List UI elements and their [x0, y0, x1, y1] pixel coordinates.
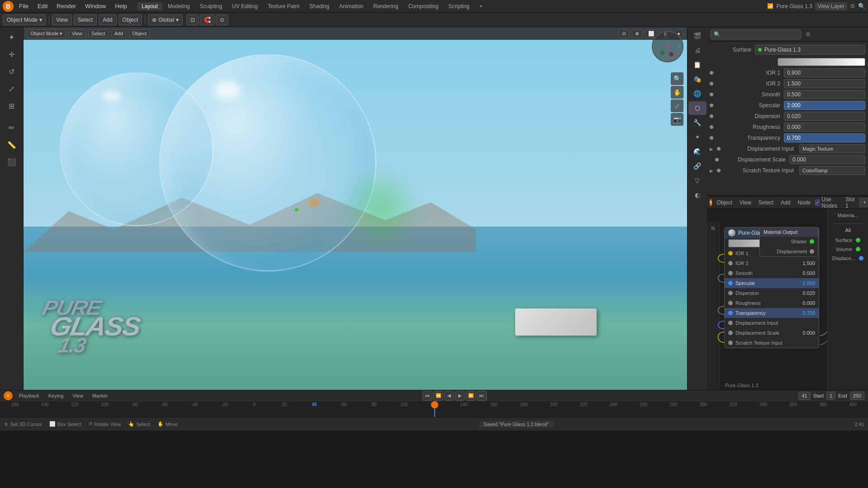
timeline-view-label[interactable]: View: [70, 392, 86, 399]
prop-object-icon[interactable]: ⬡: [688, 101, 707, 115]
node-canvas[interactable]: N: [707, 209, 868, 390]
expand-tri-disp[interactable]: ▶: [710, 147, 715, 152]
specular-value[interactable]: 2.000: [784, 101, 865, 110]
node-view-btn[interactable]: View: [737, 199, 754, 207]
tool-cursor[interactable]: ✦: [4, 29, 20, 45]
tool-scale[interactable]: ⤢: [4, 81, 20, 97]
vp-overlay-btn[interactable]: ⊙: [619, 29, 629, 38]
tab-animation[interactable]: Animation: [335, 2, 368, 10]
camera-view-btn[interactable]: 📷: [671, 113, 683, 126]
material-output-node[interactable]: Material Output Shader Displacement: [759, 227, 818, 257]
node-node-btn[interactable]: Node: [795, 199, 814, 207]
properties-filter-icon[interactable]: ⚙: [806, 31, 811, 38]
tab-texture-paint[interactable]: Texture Paint: [263, 2, 304, 10]
all-label[interactable]: All: [845, 227, 850, 233]
displacement-input-value[interactable]: Magic Texture: [799, 144, 865, 153]
pivot-point[interactable]: ⊡: [186, 14, 199, 25]
end-frame-input[interactable]: 250: [850, 392, 864, 400]
ior1-value[interactable]: 0.900: [784, 68, 865, 77]
vp-view-btn[interactable]: View: [68, 29, 85, 38]
timeline-track[interactable]: 160 140 120 100 -80 -60 -40 -20 0 20 40 …: [0, 401, 868, 417]
zoom-region-btn[interactable]: ⤢: [671, 99, 683, 112]
tool-annotate[interactable]: ✏: [4, 119, 20, 136]
tab-scripting[interactable]: Scripting: [444, 2, 474, 10]
jump-end-btn[interactable]: ⏭: [477, 391, 487, 401]
step-forward-btn[interactable]: ⏩: [466, 391, 476, 401]
add-button[interactable]: Add: [99, 14, 116, 25]
expand-tri-scratch[interactable]: ▶: [710, 168, 715, 173]
prop-constraints-icon[interactable]: 🔗: [688, 159, 707, 173]
roughness-value[interactable]: 0.000: [784, 123, 865, 132]
node-smooth-value[interactable]: 0.500: [788, 270, 815, 276]
transparency-value[interactable]: 0.700: [784, 133, 865, 142]
prop-material-icon[interactable]: ◐: [688, 188, 707, 202]
object-button[interactable]: Object: [119, 14, 142, 25]
node-add-btn[interactable]: Add: [778, 199, 793, 207]
tab-uv-editing[interactable]: UV Editing: [228, 2, 262, 10]
ior2-value[interactable]: 1.500: [784, 79, 865, 88]
tool-add-cube[interactable]: ⬛: [4, 154, 20, 170]
slot-selector[interactable]: Slot 1: [843, 195, 858, 210]
jump-start-btn[interactable]: ⏮: [422, 391, 432, 401]
mode-selector[interactable]: Object Mode ▾: [3, 14, 46, 25]
smooth-value[interactable]: 0.500: [784, 90, 865, 99]
tab-layout[interactable]: Layout: [137, 2, 162, 10]
properties-search-input[interactable]: 🔍: [711, 29, 801, 39]
tab-shading[interactable]: Shading: [305, 2, 334, 10]
transform-space[interactable]: ⊕ Global ▾: [148, 14, 183, 25]
vp-gizmo-btn[interactable]: ⊕: [632, 29, 642, 38]
vp-mode-selector[interactable]: Object Mode ▾: [27, 29, 66, 38]
tool-measure[interactable]: 📏: [4, 137, 20, 153]
tab-compositing[interactable]: Compositing: [404, 2, 443, 10]
tab-modeling[interactable]: Modeling: [163, 2, 194, 10]
vp-select-btn[interactable]: Select: [88, 29, 109, 38]
keying-label[interactable]: Keying: [46, 392, 66, 399]
node-object-btn[interactable]: Object: [714, 199, 735, 207]
surface-value[interactable]: Pure-Glass 1.3: [755, 45, 865, 55]
node-panel-icon-1[interactable]: N: [708, 223, 718, 233]
vp-add-btn[interactable]: Add: [111, 29, 127, 38]
pan-btn[interactable]: ✋: [671, 86, 683, 99]
proportional-edit[interactable]: ⊙: [216, 14, 228, 25]
prop-view-layer-icon[interactable]: 📋: [688, 58, 707, 71]
node-select-btn[interactable]: Select: [756, 199, 776, 207]
prop-output-icon[interactable]: 🖨: [688, 43, 707, 57]
use-nodes-checkbox[interactable]: ✓: [815, 199, 820, 206]
vp-object-btn[interactable]: Object: [129, 29, 150, 38]
step-back-btn[interactable]: ⏪: [433, 391, 443, 401]
view-button[interactable]: View: [52, 14, 72, 25]
prop-physics-icon[interactable]: 🌊: [688, 145, 707, 158]
play-btn[interactable]: ▶: [455, 391, 465, 401]
use-nodes-toggle[interactable]: ✓ Use Nodes: [815, 196, 839, 209]
prop-world-icon[interactable]: 🌐: [688, 87, 707, 100]
node-dispersion-value[interactable]: 0.020: [788, 290, 815, 296]
tab-add[interactable]: +: [475, 2, 487, 10]
menu-window[interactable]: Window: [81, 2, 109, 10]
select-button[interactable]: Select: [74, 14, 97, 25]
prop-modifier-icon[interactable]: 🔧: [688, 116, 707, 129]
start-frame-input[interactable]: 1: [826, 392, 835, 400]
prop-scene-icon[interactable]: 🎭: [688, 72, 707, 86]
color-bar[interactable]: [778, 58, 865, 66]
menu-file[interactable]: File: [15, 2, 32, 10]
zoom-in-btn[interactable]: 🔍: [671, 72, 683, 85]
tool-transform[interactable]: ⊞: [4, 98, 20, 114]
node-transparency-value[interactable]: 0.700: [788, 310, 815, 316]
current-frame-input[interactable]: 41: [798, 392, 810, 400]
scratch-texture-value[interactable]: ColorRamp: [799, 166, 865, 175]
node-specular-value[interactable]: 2.000: [788, 280, 815, 286]
node-zoom-in[interactable]: +: [859, 198, 868, 207]
prop-particles-icon[interactable]: ✦: [688, 130, 707, 144]
menu-render[interactable]: Render: [53, 2, 80, 10]
navigation-gizmo[interactable]: X Y Z: [652, 31, 683, 62]
view-layer[interactable]: View Layer: [815, 2, 847, 10]
displacement-scale-value[interactable]: 0.000: [789, 155, 865, 164]
marker-label[interactable]: Marker: [90, 392, 110, 399]
prop-render-icon[interactable]: 🎬: [688, 29, 707, 43]
snap-toggle[interactable]: 🧲: [200, 14, 215, 25]
menu-help[interactable]: Help: [111, 2, 131, 10]
prop-object-data-icon[interactable]: ▽: [688, 174, 707, 187]
dispersion-value[interactable]: 0.020: [784, 112, 865, 121]
reverse-play-btn[interactable]: ◀: [444, 391, 454, 401]
node-ior2-value[interactable]: 1.500: [788, 261, 815, 266]
